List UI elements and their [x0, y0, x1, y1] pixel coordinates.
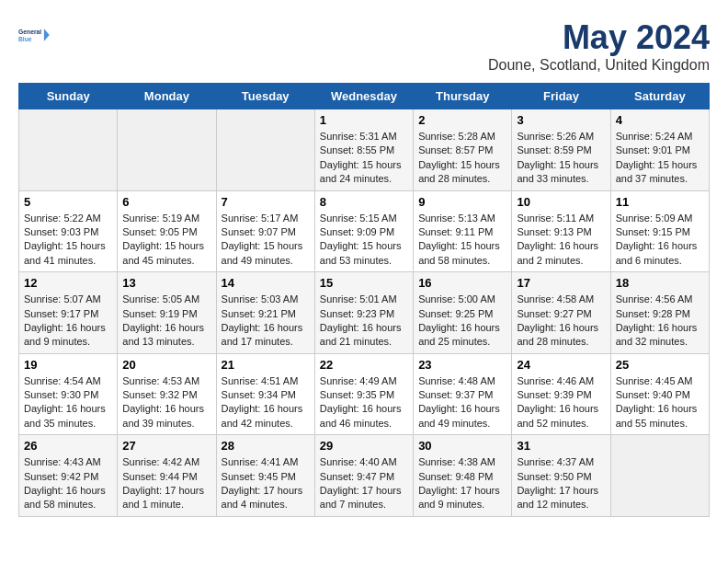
- day-number: 21: [222, 358, 310, 372]
- day-info: Sunrise: 4:41 AM Sunset: 9:45 PM Dayligh…: [222, 455, 310, 512]
- day-info: Sunrise: 5:26 AM Sunset: 8:59 PM Dayligh…: [517, 130, 605, 187]
- calendar-cell: 24Sunrise: 4:46 AM Sunset: 9:39 PM Dayli…: [512, 353, 610, 435]
- calendar-cell: 3Sunrise: 5:26 AM Sunset: 8:59 PM Daylig…: [512, 109, 610, 191]
- logo-icon: GeneralBlue: [18, 18, 51, 52]
- day-number: 29: [320, 439, 408, 453]
- logo: GeneralBlue: [18, 18, 51, 52]
- day-number: 25: [616, 358, 704, 372]
- day-number: 30: [418, 439, 506, 453]
- day-of-week-header: Thursday: [414, 84, 512, 109]
- svg-text:Blue: Blue: [18, 36, 32, 42]
- day-info: Sunrise: 5:01 AM Sunset: 9:23 PM Dayligh…: [320, 293, 408, 350]
- calendar-cell: 4Sunrise: 5:24 AM Sunset: 9:01 PM Daylig…: [610, 109, 709, 191]
- calendar-cell: [610, 435, 709, 517]
- day-info: Sunrise: 5:11 AM Sunset: 9:13 PM Dayligh…: [517, 212, 605, 269]
- day-info: Sunrise: 5:15 AM Sunset: 9:09 PM Dayligh…: [320, 212, 408, 269]
- day-number: 18: [616, 276, 704, 290]
- day-number: 3: [517, 113, 605, 127]
- month-title: May 2024: [488, 18, 710, 57]
- calendar-cell: 6Sunrise: 5:19 AM Sunset: 9:05 PM Daylig…: [118, 190, 216, 272]
- calendar-week-row: 19Sunrise: 4:54 AM Sunset: 9:30 PM Dayli…: [19, 353, 710, 435]
- day-info: Sunrise: 5:03 AM Sunset: 9:21 PM Dayligh…: [222, 293, 310, 350]
- day-number: 4: [616, 113, 704, 127]
- day-number: 23: [418, 358, 506, 372]
- day-number: 1: [320, 113, 408, 127]
- day-info: Sunrise: 5:17 AM Sunset: 9:07 PM Dayligh…: [222, 212, 310, 269]
- svg-text:General: General: [18, 29, 41, 35]
- day-number: 22: [320, 358, 408, 372]
- calendar-cell: 25Sunrise: 4:45 AM Sunset: 9:40 PM Dayli…: [610, 353, 709, 435]
- day-info: Sunrise: 4:42 AM Sunset: 9:44 PM Dayligh…: [122, 455, 210, 512]
- day-of-week-header: Monday: [118, 84, 216, 109]
- day-number: 15: [320, 276, 408, 290]
- day-number: 6: [122, 195, 210, 209]
- calendar-cell: 16Sunrise: 5:00 AM Sunset: 9:25 PM Dayli…: [414, 272, 512, 354]
- day-number: 16: [418, 276, 506, 290]
- day-info: Sunrise: 5:31 AM Sunset: 8:55 PM Dayligh…: [320, 130, 408, 187]
- calendar-cell: 7Sunrise: 5:17 AM Sunset: 9:07 PM Daylig…: [216, 190, 314, 272]
- day-of-week-header: Friday: [512, 84, 610, 109]
- calendar-cell: 14Sunrise: 5:03 AM Sunset: 9:21 PM Dayli…: [216, 272, 314, 354]
- page-header: GeneralBlue May 2024 Doune, Scotland, Un…: [18, 18, 710, 74]
- day-number: 28: [222, 439, 310, 453]
- calendar-cell: 10Sunrise: 5:11 AM Sunset: 9:13 PM Dayli…: [512, 190, 610, 272]
- day-info: Sunrise: 5:24 AM Sunset: 9:01 PM Dayligh…: [616, 130, 704, 187]
- day-info: Sunrise: 4:46 AM Sunset: 9:39 PM Dayligh…: [517, 374, 605, 431]
- calendar-table: SundayMondayTuesdayWednesdayThursdayFrid…: [18, 83, 710, 517]
- day-number: 31: [517, 439, 605, 453]
- day-info: Sunrise: 5:22 AM Sunset: 9:03 PM Dayligh…: [24, 212, 112, 269]
- location: Doune, Scotland, United Kingdom: [488, 57, 710, 74]
- calendar-cell: 1Sunrise: 5:31 AM Sunset: 8:55 PM Daylig…: [314, 109, 413, 191]
- day-info: Sunrise: 4:54 AM Sunset: 9:30 PM Dayligh…: [24, 374, 112, 431]
- day-number: 7: [222, 195, 310, 209]
- calendar-cell: 15Sunrise: 5:01 AM Sunset: 9:23 PM Dayli…: [314, 272, 413, 354]
- calendar-week-row: 5Sunrise: 5:22 AM Sunset: 9:03 PM Daylig…: [19, 190, 710, 272]
- day-number: 13: [122, 276, 210, 290]
- day-info: Sunrise: 4:51 AM Sunset: 9:34 PM Dayligh…: [222, 374, 310, 431]
- calendar-week-row: 1Sunrise: 5:31 AM Sunset: 8:55 PM Daylig…: [19, 109, 710, 191]
- day-number: 2: [418, 113, 506, 127]
- calendar-cell: [19, 109, 118, 191]
- day-info: Sunrise: 4:40 AM Sunset: 9:47 PM Dayligh…: [320, 455, 408, 512]
- day-number: 5: [24, 195, 112, 209]
- day-info: Sunrise: 5:05 AM Sunset: 9:19 PM Dayligh…: [122, 293, 210, 350]
- day-of-week-header: Saturday: [610, 84, 709, 109]
- calendar-cell: 2Sunrise: 5:28 AM Sunset: 8:57 PM Daylig…: [414, 109, 512, 191]
- day-number: 12: [24, 276, 112, 290]
- days-of-week-row: SundayMondayTuesdayWednesdayThursdayFrid…: [19, 84, 710, 109]
- calendar-cell: 28Sunrise: 4:41 AM Sunset: 9:45 PM Dayli…: [216, 435, 314, 517]
- day-info: Sunrise: 5:13 AM Sunset: 9:11 PM Dayligh…: [418, 212, 506, 269]
- day-info: Sunrise: 5:07 AM Sunset: 9:17 PM Dayligh…: [24, 293, 112, 350]
- day-of-week-header: Sunday: [19, 84, 118, 109]
- day-info: Sunrise: 4:43 AM Sunset: 9:42 PM Dayligh…: [24, 455, 112, 512]
- day-number: 26: [24, 439, 112, 453]
- day-info: Sunrise: 5:00 AM Sunset: 9:25 PM Dayligh…: [418, 293, 506, 350]
- day-info: Sunrise: 4:53 AM Sunset: 9:32 PM Dayligh…: [122, 374, 210, 431]
- day-of-week-header: Wednesday: [314, 84, 413, 109]
- day-info: Sunrise: 4:49 AM Sunset: 9:35 PM Dayligh…: [320, 374, 408, 431]
- day-info: Sunrise: 4:48 AM Sunset: 9:37 PM Dayligh…: [418, 374, 506, 431]
- calendar-cell: 20Sunrise: 4:53 AM Sunset: 9:32 PM Dayli…: [118, 353, 216, 435]
- calendar-cell: 17Sunrise: 4:58 AM Sunset: 9:27 PM Dayli…: [512, 272, 610, 354]
- calendar-week-row: 26Sunrise: 4:43 AM Sunset: 9:42 PM Dayli…: [19, 435, 710, 517]
- calendar-cell: 11Sunrise: 5:09 AM Sunset: 9:15 PM Dayli…: [610, 190, 709, 272]
- calendar-cell: [118, 109, 216, 191]
- calendar-cell: 23Sunrise: 4:48 AM Sunset: 9:37 PM Dayli…: [414, 353, 512, 435]
- day-number: 19: [24, 358, 112, 372]
- calendar-cell: 19Sunrise: 4:54 AM Sunset: 9:30 PM Dayli…: [19, 353, 118, 435]
- svg-marker-2: [44, 29, 50, 41]
- day-number: 10: [517, 195, 605, 209]
- calendar-cell: [216, 109, 314, 191]
- calendar-cell: 26Sunrise: 4:43 AM Sunset: 9:42 PM Dayli…: [19, 435, 118, 517]
- calendar-week-row: 12Sunrise: 5:07 AM Sunset: 9:17 PM Dayli…: [19, 272, 710, 354]
- day-info: Sunrise: 4:58 AM Sunset: 9:27 PM Dayligh…: [517, 293, 605, 350]
- day-number: 9: [418, 195, 506, 209]
- day-of-week-header: Tuesday: [216, 84, 314, 109]
- day-info: Sunrise: 5:28 AM Sunset: 8:57 PM Dayligh…: [418, 130, 506, 187]
- calendar-cell: 29Sunrise: 4:40 AM Sunset: 9:47 PM Dayli…: [314, 435, 413, 517]
- day-info: Sunrise: 4:45 AM Sunset: 9:40 PM Dayligh…: [616, 374, 704, 431]
- day-number: 20: [122, 358, 210, 372]
- day-number: 14: [222, 276, 310, 290]
- calendar-cell: 30Sunrise: 4:38 AM Sunset: 9:48 PM Dayli…: [414, 435, 512, 517]
- day-info: Sunrise: 5:09 AM Sunset: 9:15 PM Dayligh…: [616, 212, 704, 269]
